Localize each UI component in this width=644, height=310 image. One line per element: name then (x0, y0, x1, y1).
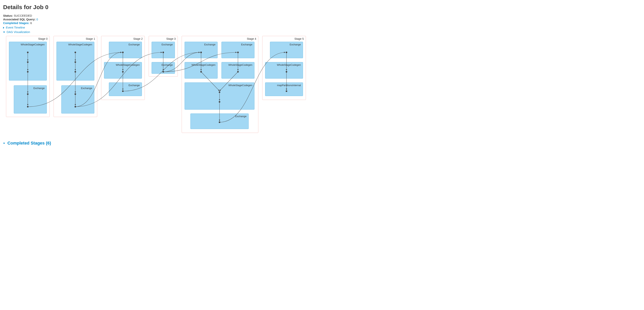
sql-link[interactable]: 0 (36, 18, 38, 21)
operator-label: Exchange (128, 43, 140, 46)
operator-label: Exchange (34, 87, 45, 90)
completed-stages-section-label: Completed Stages (6) (8, 141, 51, 145)
dag-visualization-toggle[interactable]: DAG Visualization (3, 30, 641, 33)
stage-label: Stage 4 (247, 37, 256, 40)
status-value: SUCCEEDED (14, 14, 32, 17)
stage-label: Stage 5 (294, 37, 304, 40)
operator-box[interactable]: mapPartitionsInternal (265, 82, 303, 96)
caret-right-icon (3, 27, 4, 29)
status-line: Status: SUCCEEDED (3, 14, 641, 17)
operator-box[interactable]: Exchange (184, 42, 218, 58)
operator-label: WholeStageCodegen (20, 43, 45, 46)
operator-box[interactable]: Exchange (190, 113, 249, 129)
operator-box[interactable]: Exchange (222, 42, 254, 58)
caret-down-icon (3, 143, 5, 144)
operator-label: Exchange (235, 115, 246, 118)
operator-box[interactable]: WholeStageCodegen (184, 62, 218, 79)
event-timeline-toggle[interactable]: Event Timeline (3, 26, 641, 29)
operator-label: WholeStageCodegen (116, 63, 140, 66)
operator-box[interactable]: WholeStageCodegen (265, 62, 303, 79)
status-label: Status: (3, 14, 13, 17)
dag-visualization: Stage 0Stage 1Stage 2Stage 3Stage 4Stage… (3, 36, 310, 135)
operator-label: WholeStageCodegen (228, 63, 252, 66)
dag-visualization-label: DAG Visualization (6, 30, 30, 33)
operator-label: Exchange (81, 87, 92, 90)
operator-box[interactable]: WholeStageCodegen (104, 62, 142, 79)
stage-label: Stage 3 (166, 37, 176, 40)
operator-label: WholeStageCodegen (277, 63, 301, 66)
sql-label: Associated SQL Query: (3, 18, 36, 21)
operator-box[interactable]: WholeStageCodegen (184, 82, 254, 110)
page-title: Details for Job 0 (3, 4, 641, 10)
operator-label: mapPartitionsInternal (277, 84, 301, 87)
completed-label[interactable]: Completed Stages: (3, 21, 30, 25)
operator-box[interactable]: Exchange (109, 82, 142, 96)
stage-label: Stage 0 (38, 37, 48, 40)
completed-stages-section-toggle[interactable]: Completed Stages (6) (3, 141, 641, 146)
operator-box[interactable]: Exchange (109, 42, 142, 58)
operator-box[interactable]: WholeStageCodegen (56, 42, 94, 80)
operator-box[interactable]: WholeStageCodegen (222, 62, 254, 79)
operator-label: Exchange (290, 43, 301, 46)
operator-box[interactable]: Exchange (270, 42, 303, 58)
operator-box[interactable]: WholeStageCodegen (9, 42, 47, 80)
stage-label: Stage 1 (86, 37, 95, 40)
operator-label: Exchange (128, 84, 140, 87)
operator-label: Exchange (162, 63, 173, 66)
operator-box[interactable]: Exchange (61, 85, 94, 113)
operator-label: WholeStageCodegen (192, 63, 216, 66)
operator-box[interactable]: Exchange (152, 42, 175, 58)
operator-label: Exchange (204, 43, 216, 46)
completed-value: 6 (30, 21, 32, 25)
operator-label: Exchange (162, 43, 173, 46)
operator-label: WholeStageCodegen (228, 84, 252, 87)
completed-line: Completed Stages: 6 (3, 21, 641, 25)
operator-box[interactable]: Exchange (152, 62, 175, 74)
sql-line: Associated SQL Query: 0 (3, 18, 641, 21)
stage-label: Stage 2 (133, 37, 143, 40)
operator-box[interactable]: Exchange (14, 85, 47, 113)
event-timeline-label: Event Timeline (6, 26, 25, 29)
operator-label: WholeStageCodegen (68, 43, 92, 46)
operator-label: Exchange (241, 43, 252, 46)
caret-down-icon (3, 32, 5, 33)
